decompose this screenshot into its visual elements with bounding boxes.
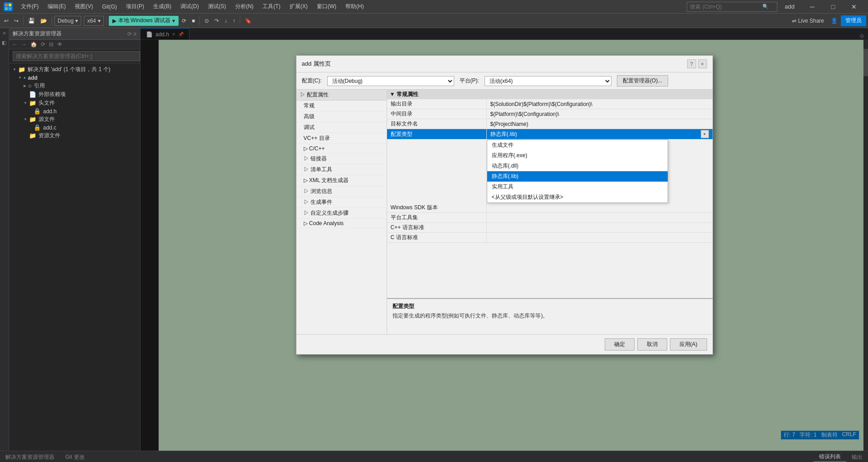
menu-item-window[interactable]: 窗口(W) <box>313 2 340 11</box>
prop-item-manifest[interactable]: ▷ 清单工具 <box>296 164 387 175</box>
config-type-dropdown-btn[interactable]: ▾ <box>701 130 709 138</box>
dialog-right-panel: ▼ 常规属性 输出目录 $(SolutionDir)$(Platform)\$(… <box>387 90 713 334</box>
config-select[interactable]: 活动(Debug) <box>327 76 454 86</box>
prop-row-target-name[interactable]: 目标文件名 $(ProjectName) <box>387 119 713 129</box>
prop-row-platform-toolset[interactable]: 平台工具集 <box>387 213 713 223</box>
menu-item-build[interactable]: 生成(B) <box>150 2 175 11</box>
menu-item-analyze[interactable]: 分析(N) <box>232 2 257 11</box>
run-debugger-button[interactable]: ▶ 本地 Windows 调试器 ▾ <box>109 16 179 26</box>
global-search-box[interactable]: 🔍 <box>687 2 777 12</box>
dropdown-option-inherit[interactable]: <从父级或项目默认设置继承> <box>487 192 668 202</box>
errors-tab[interactable]: 错误列表 <box>814 452 846 462</box>
open-button[interactable]: 📂 <box>38 15 49 27</box>
tree-arrow: ▼ <box>18 76 22 80</box>
dialog-config-row: 配置(C): 活动(Debug) 平台(P): 活动(x64) 配置管理器(O)… <box>296 72 713 90</box>
tree-item-extern-deps[interactable]: 📄 外部依赖项 <box>9 90 140 99</box>
dialog-close-button[interactable]: × <box>698 59 707 68</box>
breakpoint-button[interactable]: ⊙ <box>202 15 211 27</box>
dialog-confirm-button[interactable]: 确定 <box>605 338 635 351</box>
prop-item-debug[interactable]: 调试 <box>296 122 387 133</box>
menu-item-project[interactable]: 项目(P) <box>122 2 148 11</box>
tree-item-resources[interactable]: 📁 资源文件 <box>9 131 140 140</box>
prop-item-custom-build[interactable]: ▷ 自定义生成步骤 <box>296 208 387 219</box>
tree-item-add-h[interactable]: 🔒 add.h <box>9 107 140 115</box>
prop-item-advanced[interactable]: 高级 <box>296 111 387 122</box>
git-changes-tab[interactable]: Git 更改 <box>60 452 90 462</box>
strip-icon-2[interactable]: ◧ <box>0 38 8 48</box>
prop-item-general[interactable]: 常规 <box>296 101 387 111</box>
tree-item-project-add[interactable]: ▼ ▪ add <box>9 74 140 82</box>
output-tab[interactable]: 输出 <box>846 452 868 462</box>
dropdown-option-dll[interactable]: 动态库(.dll) <box>487 161 668 171</box>
config-props-header[interactable]: ▷ 配置属性 <box>296 90 387 101</box>
step-out-button[interactable]: ↑ <box>230 15 238 27</box>
prop-row-sdk-ver[interactable]: Windows SDK 版本 <box>387 203 713 213</box>
prop-row-cpp-std[interactable]: C++ 语言标准 <box>387 223 713 233</box>
panel-forward-btn[interactable]: → <box>20 41 28 48</box>
liveshare-button[interactable]: ⇌ Live Share <box>788 17 828 25</box>
dropdown-option-utility[interactable]: 实用工具 <box>487 182 668 192</box>
panel-refresh-btn[interactable]: ⟳ <box>39 41 47 48</box>
profile-button[interactable]: 👤 <box>829 15 840 27</box>
redo-button[interactable]: ↪ <box>12 15 21 27</box>
menu-item-edit[interactable]: 编辑(E) <box>44 2 69 11</box>
prop-row-config-type[interactable]: 配置类型 静态库(.lib) ▾ <box>387 129 713 140</box>
panel-show-all-btn[interactable]: 👁 <box>56 41 64 48</box>
menu-item-tools[interactable]: 工具(T) <box>259 2 284 11</box>
tree-item-references[interactable]: ▶ ○ 引用 <box>9 82 140 90</box>
strip-icon-1[interactable]: ≡ <box>1 30 8 36</box>
dropdown-option-exe[interactable]: 应用程序(.exe) <box>487 150 668 161</box>
undo-button[interactable]: ↩ <box>2 15 11 27</box>
save-button[interactable]: 💾 <box>26 15 37 27</box>
menu-item-git[interactable]: Git(G) <box>98 3 121 11</box>
panel-menu-icon[interactable]: ≡ <box>133 31 136 37</box>
prop-item-cpp[interactable]: ▷ C/C++ <box>296 144 387 154</box>
panel-collapse-btn[interactable]: ⊟ <box>48 41 55 48</box>
prop-row-output-dir[interactable]: 输出目录 $(SolutionDir)$(Platform)\$(Configu… <box>387 99 713 109</box>
prop-item-browse[interactable]: ▷ 浏览信息 <box>296 186 387 197</box>
minimize-button[interactable]: ─ <box>802 0 823 14</box>
step-in-button[interactable]: ↓ <box>222 15 229 27</box>
prop-item-build-events[interactable]: ▷ 生成事件 <box>296 197 387 208</box>
menu-item-test[interactable]: 测试(S) <box>204 2 230 11</box>
solution-explorer-tab[interactable]: 解决方案资源管理器 <box>0 452 60 462</box>
prop-row-c-std[interactable]: C 语言标准 <box>387 233 713 243</box>
prop-item-vc-dirs[interactable]: VC++ 目录 <box>296 133 387 144</box>
panel-sync-icon[interactable]: ⟳ <box>127 31 132 37</box>
restart-button[interactable]: ⟳ <box>179 15 189 27</box>
search-icon: 🔍 <box>762 4 769 10</box>
search-input[interactable] <box>690 4 762 10</box>
menu-item-view[interactable]: 视图(V) <box>71 2 97 11</box>
bookmark-button[interactable]: 🔖 <box>242 15 254 27</box>
prop-item-xml[interactable]: ▷ XML 文档生成器 <box>296 175 387 186</box>
tree-item-headers[interactable]: ▼ 📁 头文件 <box>9 99 140 107</box>
step-over-button[interactable]: ↷ <box>212 15 221 27</box>
menu-item-debug[interactable]: 调试(D) <box>177 2 203 11</box>
prop-item-linker[interactable]: ▷ 链接器 <box>296 154 387 164</box>
prop-row-inter-dir[interactable]: 中间目录 $(Platform)\$(Configuration)\ <box>387 109 713 119</box>
dialog-apply-button[interactable]: 应用(A) <box>670 338 707 351</box>
dropdown-option-lib[interactable]: 静态库(.lib) <box>487 171 668 182</box>
config-manager-button[interactable]: 配置管理器(O)... <box>617 75 668 87</box>
dialog-help-button[interactable]: ? <box>687 59 696 68</box>
platform-dropdown[interactable]: x64 ▾ <box>84 16 103 26</box>
dropdown-option-makefile[interactable]: 生成文件 <box>487 140 668 150</box>
menu-item-extensions[interactable]: 扩展(X) <box>286 2 311 11</box>
maximize-button[interactable]: □ <box>823 0 844 14</box>
toolbar-separator-1 <box>23 16 24 25</box>
solution-search-input[interactable] <box>13 51 140 61</box>
tree-item-solution[interactable]: ▼ 📁 解决方案 'add' (1 个项目，共 1 个) <box>9 65 140 74</box>
platform-select[interactable]: 活动(x64) <box>485 76 611 86</box>
menu-item-help[interactable]: 帮助(H) <box>342 2 368 11</box>
debug-config-dropdown[interactable]: Debug ▾ <box>54 16 81 26</box>
tree-item-sources[interactable]: ▼ 📁 源文件 <box>9 115 140 124</box>
stop-button[interactable]: ■ <box>189 15 197 27</box>
close-button[interactable]: ✕ <box>844 0 864 14</box>
menu-item-file[interactable]: 文件(F) <box>17 2 42 11</box>
admin-button[interactable]: 管理员 <box>841 15 866 26</box>
dialog-cancel-button[interactable]: 取消 <box>637 338 667 351</box>
panel-home-btn[interactable]: 🏠 <box>29 41 39 48</box>
panel-back-btn[interactable]: ← <box>11 41 19 48</box>
tree-item-add-c[interactable]: 🔒 add.c <box>9 124 140 131</box>
prop-item-code-analysis[interactable]: ▷ Code Analysis <box>296 219 387 228</box>
